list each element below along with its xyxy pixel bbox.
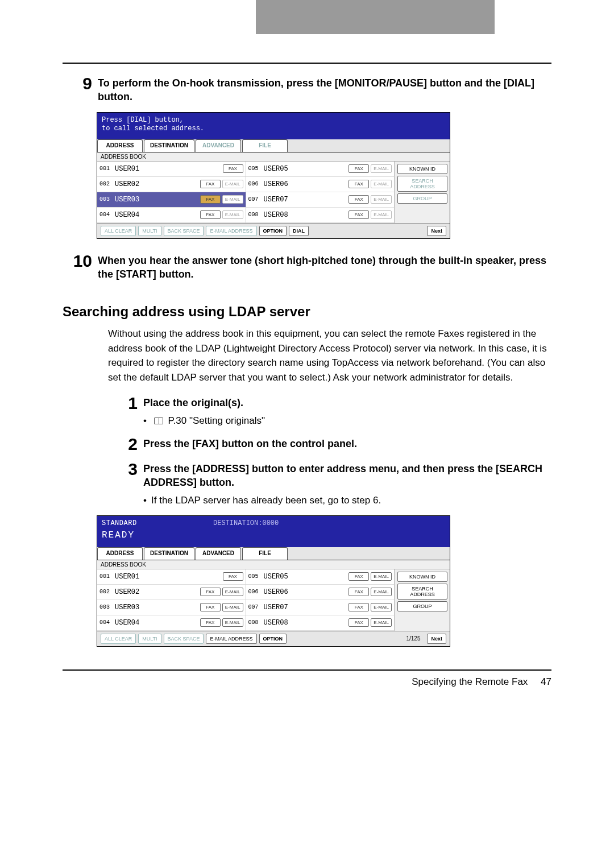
- address-row[interactable]: 004 USER04 FAX E-MAIL: [97, 615, 246, 631]
- email-button[interactable]: E-MAIL: [371, 210, 392, 219]
- multi-button[interactable]: MULTI: [138, 634, 161, 644]
- email-button[interactable]: E-MAIL: [371, 618, 392, 627]
- address-row[interactable]: 006 USER06 FAX E-MAIL: [246, 585, 395, 600]
- page-footer: Specifying the Remote Fax 47: [63, 676, 551, 688]
- fax-button[interactable]: FAX: [200, 603, 221, 611]
- fax-button[interactable]: FAX: [349, 180, 369, 188]
- email-button[interactable]: E-MAIL: [371, 180, 392, 188]
- email-button[interactable]: E-MAIL: [371, 195, 392, 204]
- fax-button[interactable]: FAX: [200, 195, 221, 204]
- fax-button[interactable]: FAX: [349, 603, 369, 611]
- fax-button[interactable]: FAX: [349, 164, 369, 173]
- step-3: 3 Press the [ADDRESS] button to enter ad…: [108, 461, 551, 507]
- next-button[interactable]: Next: [427, 226, 446, 236]
- step-title: Press the [ADDRESS] button to enter addr…: [143, 462, 551, 490]
- side-buttons: KNOWN ID SEARCH ADDRESS GROUP: [395, 569, 450, 631]
- tab-destination[interactable]: DESTINATION: [144, 139, 194, 152]
- address-row[interactable]: 008 USER08 FAX E-MAIL: [246, 615, 395, 631]
- fax-button[interactable]: FAX: [349, 210, 369, 219]
- email-button[interactable]: E-MAIL: [222, 618, 243, 627]
- address-row[interactable]: 007 USER07 FAX E-MAIL: [246, 600, 395, 615]
- section-body: Without using the address book in this e…: [108, 326, 551, 385]
- panel-status: Press [DIAL] button, to call selected ad…: [97, 113, 450, 139]
- all-clear-button[interactable]: ALL CLEAR: [101, 226, 136, 236]
- group-button[interactable]: GROUP: [397, 193, 447, 204]
- tab-file[interactable]: FILE: [242, 139, 288, 152]
- address-column-left: 001 USER01 FAX 002 USER02 FAX E-MAIL 003…: [97, 162, 246, 223]
- email-address-button[interactable]: E-MAIL ADDRESS: [206, 226, 256, 236]
- fax-button[interactable]: FAX: [349, 588, 369, 596]
- fax-button[interactable]: FAX: [200, 180, 221, 188]
- tab-address[interactable]: ADDRESS: [97, 547, 143, 560]
- tab-file[interactable]: FILE: [242, 547, 288, 560]
- tab-advanced[interactable]: ADVANCED: [196, 139, 241, 152]
- fax-button[interactable]: FAX: [200, 618, 221, 627]
- bottom-rule: [63, 669, 551, 671]
- step-10: 10 When you hear the answer tone (short …: [63, 253, 551, 282]
- step-sub: •If the LDAP server has already been set…: [143, 493, 551, 508]
- fax-button[interactable]: FAX: [349, 572, 369, 581]
- fax-button[interactable]: FAX: [223, 572, 243, 581]
- status-destination: DESTINATION:0000: [213, 519, 279, 527]
- address-row[interactable]: 007 USER07 FAX E-MAIL: [246, 192, 395, 208]
- step-number: 2: [108, 436, 143, 453]
- email-address-button[interactable]: E-MAIL ADDRESS: [206, 634, 256, 644]
- tab-advanced[interactable]: ADVANCED: [196, 547, 241, 560]
- status-standard: STANDARD: [102, 519, 137, 527]
- address-column-right: 005 USER05 FAX E-MAIL 006 USER06 FAX E-M…: [246, 569, 395, 631]
- tab-destination[interactable]: DESTINATION: [144, 547, 194, 560]
- email-button[interactable]: E-MAIL: [371, 164, 392, 173]
- step-2: 2 Press the [FAX] button on the control …: [108, 436, 551, 453]
- step-reference: • P.30 "Setting originals": [143, 414, 551, 428]
- panel-tabs: ADDRESS DESTINATION ADVANCED FILE: [97, 139, 450, 152]
- fax-button[interactable]: FAX: [200, 588, 221, 596]
- email-button[interactable]: E-MAIL: [371, 588, 392, 596]
- back-space-button[interactable]: BACK SPACE: [164, 226, 204, 236]
- fax-button[interactable]: FAX: [223, 164, 243, 173]
- step-number: 10: [63, 253, 98, 270]
- multi-button[interactable]: MULTI: [138, 226, 161, 236]
- address-row[interactable]: 001 USER01 FAX: [97, 569, 246, 585]
- email-button[interactable]: E-MAIL: [222, 603, 243, 611]
- dial-button[interactable]: DIAL: [289, 226, 309, 236]
- all-clear-button[interactable]: ALL CLEAR: [101, 634, 136, 644]
- address-row[interactable]: 008 USER08 FAX E-MAIL: [246, 208, 395, 223]
- email-button[interactable]: E-MAIL: [222, 180, 243, 188]
- address-row[interactable]: 003 USER03 FAX E-MAIL: [97, 600, 246, 615]
- fax-button[interactable]: FAX: [349, 195, 369, 204]
- address-row[interactable]: 006 USER06 FAX E-MAIL: [246, 177, 395, 192]
- search-address-button[interactable]: SEARCH ADDRESS: [397, 176, 447, 192]
- panel-tabs: ADDRESS DESTINATION ADVANCED FILE: [97, 547, 450, 560]
- top-rule: [63, 63, 551, 64]
- step-1: 1 Place the original(s). • P.30 "Setting…: [108, 395, 551, 428]
- search-address-button[interactable]: SEARCH ADDRESS: [397, 584, 447, 600]
- address-row[interactable]: 005 USER05 FAX E-MAIL: [246, 569, 395, 585]
- email-button[interactable]: E-MAIL: [222, 195, 243, 204]
- known-id-button[interactable]: KNOWN ID: [397, 572, 447, 582]
- address-row-selected[interactable]: 003 USER03 FAX E-MAIL: [97, 192, 246, 208]
- fax-button[interactable]: FAX: [349, 618, 369, 627]
- address-row[interactable]: 005 USER05 FAX E-MAIL: [246, 162, 395, 177]
- address-column-right: 005 USER05 FAX E-MAIL 006 USER06 FAX E-M…: [246, 162, 395, 223]
- step-number: 3: [108, 461, 143, 478]
- fax-button[interactable]: FAX: [200, 210, 221, 219]
- email-button[interactable]: E-MAIL: [222, 210, 243, 219]
- address-row[interactable]: 002 USER02 FAX E-MAIL: [97, 585, 246, 600]
- back-space-button[interactable]: BACK SPACE: [164, 634, 204, 644]
- next-button[interactable]: Next: [427, 634, 446, 644]
- address-row[interactable]: 004 USER04 FAX E-MAIL: [97, 208, 246, 223]
- known-id-button[interactable]: KNOWN ID: [397, 164, 447, 174]
- group-button[interactable]: GROUP: [397, 601, 447, 611]
- email-button[interactable]: E-MAIL: [222, 588, 243, 596]
- email-button[interactable]: E-MAIL: [371, 572, 392, 581]
- option-button[interactable]: OPTION: [259, 634, 287, 644]
- status-line-1: Press [DIAL] button,: [102, 116, 445, 125]
- tab-address[interactable]: ADDRESS: [97, 139, 143, 152]
- address-row[interactable]: 002 USER02 FAX E-MAIL: [97, 177, 246, 192]
- panel-bottom-bar: ALL CLEAR MULTI BACK SPACE E-MAIL ADDRES…: [97, 223, 450, 238]
- side-buttons: KNOWN ID SEARCH ADDRESS GROUP: [395, 162, 450, 223]
- email-button[interactable]: E-MAIL: [371, 603, 392, 611]
- address-book-label: ADDRESS BOOK: [97, 152, 450, 162]
- option-button[interactable]: OPTION: [259, 226, 287, 236]
- address-row[interactable]: 001 USER01 FAX: [97, 162, 246, 177]
